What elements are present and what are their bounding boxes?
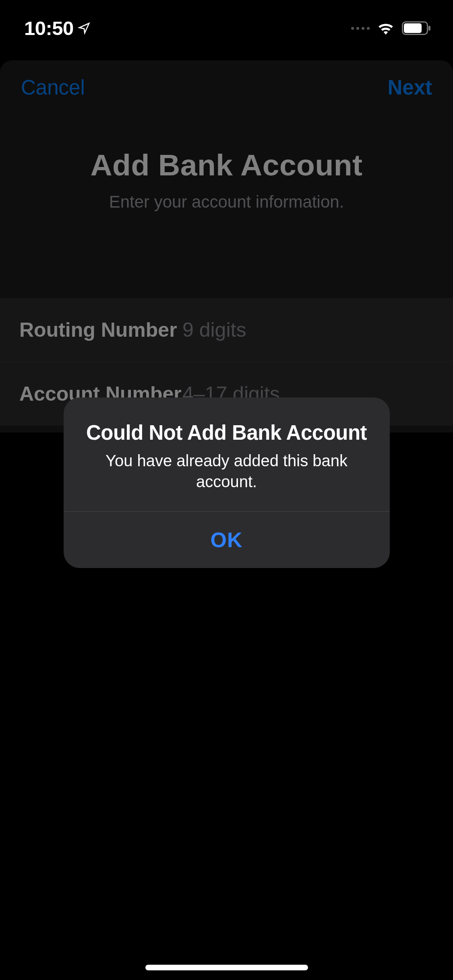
alert-title: Could Not Add Bank Account bbox=[84, 421, 370, 445]
cellular-icon bbox=[351, 27, 370, 30]
sheet-header: Cancel Next bbox=[0, 60, 453, 99]
routing-number-input[interactable] bbox=[182, 318, 434, 342]
status-time-group: 10:50 bbox=[24, 17, 91, 39]
svg-rect-2 bbox=[428, 26, 430, 31]
home-indicator[interactable] bbox=[145, 965, 308, 970]
alert-message: You have already added this bank account… bbox=[84, 450, 370, 492]
alert-actions: OK bbox=[64, 511, 390, 568]
status-bar: 10:50 bbox=[0, 0, 453, 56]
alert-dialog: Could Not Add Bank Account You have alre… bbox=[64, 397, 390, 568]
alert-body: Could Not Add Bank Account You have alre… bbox=[64, 397, 390, 511]
status-time: 10:50 bbox=[24, 17, 74, 39]
svg-rect-1 bbox=[404, 23, 422, 33]
page-subtitle: Enter your account information. bbox=[0, 192, 453, 212]
next-button[interactable]: Next bbox=[387, 76, 432, 99]
wifi-icon bbox=[377, 22, 395, 35]
battery-icon bbox=[402, 21, 431, 35]
ok-button[interactable]: OK bbox=[64, 512, 390, 568]
page-title: Add Bank Account bbox=[0, 148, 453, 182]
routing-number-label: Routing Number bbox=[19, 318, 182, 342]
location-icon bbox=[78, 22, 91, 35]
status-indicators bbox=[351, 21, 431, 35]
cancel-button[interactable]: Cancel bbox=[21, 76, 85, 99]
routing-number-row: Routing Number bbox=[0, 298, 453, 362]
